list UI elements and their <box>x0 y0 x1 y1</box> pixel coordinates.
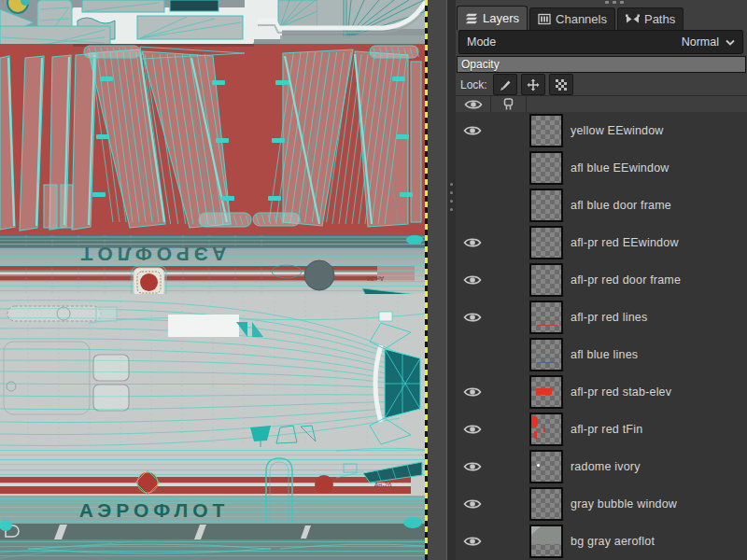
layer-row[interactable]: afl blue door frame <box>456 187 747 224</box>
dock-splitter[interactable] <box>447 0 456 560</box>
eye-icon <box>463 497 482 511</box>
airline-title: АЭРОФЛОТ <box>79 499 230 521</box>
layer-row[interactable]: afl-pr red lines <box>456 299 747 336</box>
layer-thumbnail[interactable] <box>529 301 563 334</box>
airline-title-upside-down: АЭРОФЛОТ <box>77 244 227 265</box>
layer-row[interactable]: afl blue lines <box>456 336 747 373</box>
layer-thumbnail[interactable] <box>529 151 563 185</box>
eye-icon <box>463 423 482 436</box>
layer-list-header <box>456 95 747 113</box>
tab-channels[interactable]: Channels <box>529 7 615 30</box>
tab-paths[interactable]: Paths <box>617 7 684 30</box>
layers-dock: Layers Channels Paths Mode Normal Opacit… <box>456 0 747 560</box>
eye-icon <box>463 535 482 548</box>
visibility-toggle[interactable] <box>460 273 485 287</box>
layer-row[interactable]: afl-pr red EEwindow <box>456 224 747 261</box>
eye-icon <box>463 311 482 324</box>
tab-channels-label: Channels <box>556 12 607 26</box>
layer-thumbnail[interactable] <box>529 226 563 259</box>
layer-row[interactable]: gray bubble window <box>456 485 747 523</box>
white-decal-patch <box>168 315 239 337</box>
visibility-toggle[interactable] <box>460 236 485 249</box>
layer-thumbnail[interactable] <box>529 525 563 558</box>
eye-icon <box>463 124 482 137</box>
layer-row[interactable]: radome ivory <box>456 448 747 485</box>
layer-thumbnail[interactable] <box>529 450 563 483</box>
mode-label: Mode <box>467 35 496 49</box>
layer-row[interactable]: bg gray aeroflot <box>456 523 747 560</box>
porthole-red-1 <box>137 472 158 493</box>
layer-name[interactable]: afl-pr red lines <box>571 311 647 324</box>
lock-alpha-button[interactable] <box>549 74 573 95</box>
visibility-toggle[interactable] <box>460 423 485 436</box>
layer-name[interactable]: afl blue EEwindow <box>571 161 669 175</box>
visibility-column-toggle[interactable] <box>456 96 491 112</box>
layer-name[interactable]: radome ivory <box>571 460 641 473</box>
eye-icon <box>464 98 483 111</box>
layer-name[interactable]: bg gray aeroflot <box>571 535 655 548</box>
brush-icon <box>499 78 512 91</box>
layer-row[interactable]: yellow EEwindow <box>456 112 747 149</box>
checker-icon <box>555 78 568 91</box>
mode-value: Normal <box>682 35 719 49</box>
layer-list: yellow EEwindow afl blue EEwindow afl bl… <box>456 112 747 560</box>
layer-thumbnail[interactable] <box>529 487 563 521</box>
layer-thumbnail[interactable] <box>529 413 563 446</box>
layer-name[interactable]: afl blue lines <box>571 348 638 361</box>
layer-thumbnail[interactable] <box>529 189 563 222</box>
eye-icon <box>463 460 482 473</box>
layer-name[interactable]: afl-pr red door frame <box>571 273 681 287</box>
lock-row: Lock: <box>460 74 573 95</box>
layer-thumbnail[interactable] <box>529 338 563 371</box>
paths-icon <box>626 12 640 26</box>
opacity-slider[interactable]: Opacity <box>457 56 746 73</box>
move-icon <box>527 78 540 91</box>
layer-thumbnail[interactable] <box>529 375 563 409</box>
layer-thumbnail[interactable] <box>529 114 563 147</box>
layer-row[interactable]: afl-pr red tFin <box>456 411 747 448</box>
link-column-toggle[interactable] <box>491 96 527 112</box>
layer-name[interactable]: afl-pr red tFin <box>571 423 642 436</box>
eye-icon <box>463 236 482 249</box>
aircraft-type-label: Ан-26 <box>374 482 392 488</box>
door-window-red <box>140 273 158 291</box>
layer-name[interactable]: yellow EEwindow <box>571 124 664 137</box>
chevron-down-icon <box>726 39 735 46</box>
visibility-toggle[interactable] <box>460 385 485 399</box>
eye-icon <box>463 273 482 287</box>
channels-icon <box>538 12 551 26</box>
layer-name[interactable]: afl-pr red EEwindow <box>571 236 679 249</box>
aircraft-type-upside-down: Ан-26 <box>367 275 385 282</box>
layer-row[interactable]: afl-pr red stab-elev <box>456 373 747 411</box>
lock-position-button[interactable] <box>521 74 545 95</box>
visibility-toggle[interactable] <box>460 311 485 324</box>
eye-icon <box>463 385 482 399</box>
lock-label: Lock: <box>460 78 487 91</box>
lock-pixels-button[interactable] <box>493 74 517 95</box>
tab-layers-label: Layers <box>483 11 519 25</box>
layer-name[interactable]: gray bubble window <box>571 497 677 511</box>
dock-drag-handle[interactable] <box>605 1 624 4</box>
canvas-texture[interactable]: АЭРОФЛОТ Ан-26 <box>0 0 426 560</box>
layer-name[interactable]: afl blue door frame <box>571 199 671 212</box>
layer-name[interactable]: afl-pr red stab-elev <box>571 385 671 399</box>
visibility-toggle[interactable] <box>460 460 485 473</box>
layer-row[interactable]: afl blue EEwindow <box>456 149 747 187</box>
visibility-toggle[interactable] <box>460 497 485 511</box>
opacity-label: Opacity <box>461 58 500 71</box>
link-icon <box>500 98 516 111</box>
visibility-toggle[interactable] <box>460 535 485 548</box>
layers-icon <box>465 11 478 25</box>
tab-layers[interactable]: Layers <box>457 6 528 30</box>
layer-thumbnail[interactable] <box>529 263 563 297</box>
mode-dropdown[interactable]: Mode Normal <box>458 30 743 54</box>
splitter-grip[interactable] <box>450 183 453 211</box>
layer-row[interactable]: afl-pr red door frame <box>456 261 747 299</box>
dock-tabbar: Layers Channels Paths <box>457 6 684 30</box>
canvas-gutter <box>428 0 447 560</box>
visibility-toggle[interactable] <box>460 124 485 137</box>
porthole-red-2 <box>315 475 333 494</box>
tab-paths-label: Paths <box>644 12 675 26</box>
